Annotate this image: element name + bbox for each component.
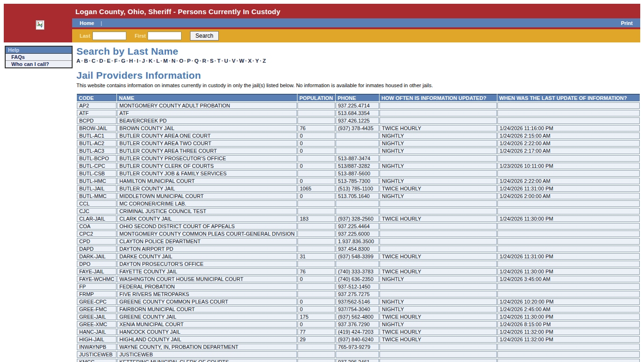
table-cell: 0 (297, 178, 335, 184)
table-row: HIGH-JAILHIGHLAND COUNTY JAIL29(937) 840… (77, 336, 640, 343)
table-cell: NIGHTLY (380, 132, 497, 139)
table-cell: HIGHLAND COUNTY JAIL (117, 336, 297, 343)
table-row: CLAR-JAILCLARK COUNTY JAIL183(937) 328-2… (77, 215, 640, 222)
table-cell: COA (77, 223, 116, 230)
table-cell (297, 246, 335, 252)
table-cell (497, 344, 640, 350)
alphabet-separator: · (184, 58, 186, 64)
table-cell: 29 (297, 336, 335, 343)
sidebar-item-who-can-i-call[interactable]: Who can I call? (6, 61, 72, 67)
sidebar-item-help[interactable]: Help (6, 47, 72, 54)
table-row: FPFEDERAL PROBATION937-512-1450 (77, 283, 640, 290)
alphabet-letter-D[interactable]: D (99, 58, 103, 64)
table-cell: 765-973-9279 (336, 344, 379, 350)
sidebar-item-faqs[interactable]: FAQs (6, 54, 72, 61)
table-cell: BUTLER COUNTY JAIL (117, 185, 297, 192)
table-cell: 0 (297, 276, 335, 282)
table-cell: BROWN COUNTY JAIL (117, 125, 297, 132)
table-cell (380, 230, 497, 237)
table-cell: 0 (297, 148, 335, 154)
table-cell (497, 359, 640, 362)
alphabet-letter-J[interactable]: J (142, 58, 145, 64)
alphabet-letter-T[interactable]: T (217, 58, 221, 64)
nav-home-link[interactable]: Home (80, 20, 94, 26)
table-cell (297, 102, 335, 109)
table-cell: TWICE HOURLY (380, 185, 497, 192)
table-cell: 1/24/2026 10:20:00 PM (497, 298, 640, 305)
column-header-code: CODE (77, 94, 116, 101)
table-cell: 937.296.2461 (336, 359, 379, 362)
alphabet-letter-L[interactable]: L (156, 58, 159, 64)
table-cell: 937.454.8300 (336, 246, 379, 252)
alphabet-letter-U[interactable]: U (224, 58, 228, 64)
alphabet-letter-B[interactable]: B (84, 58, 88, 64)
table-cell: CLARK COUNTY JAIL (117, 215, 297, 222)
table-cell: BUTLER COUNTY AREA TWO COURT (117, 140, 297, 147)
nav-print-link[interactable]: Print (621, 20, 633, 26)
alphabet-letter-K[interactable]: K (149, 58, 152, 64)
table-cell: 175 (297, 313, 335, 320)
table-cell: (419) 424-7203 (336, 329, 379, 335)
first-name-input[interactable] (148, 32, 182, 40)
table-cell: DARKE COUNTY JAIL (117, 253, 297, 260)
table-cell: DARK-JAIL (77, 253, 116, 260)
alphabet-separator: · (191, 58, 193, 64)
table-cell: 513.684.3354 (336, 110, 379, 116)
alphabet-letter-G[interactable]: G (121, 58, 125, 64)
alphabet-letter-F[interactable]: F (114, 58, 117, 64)
alphabet-letter-M[interactable]: M (163, 58, 168, 64)
alphabet-letter-Q[interactable]: Q (194, 58, 198, 64)
table-cell: 76 (297, 268, 335, 275)
table-cell (297, 230, 335, 237)
table-cell: TWICE HOURLY (380, 253, 497, 260)
alphabet-letter-S[interactable]: S (210, 58, 214, 64)
table-cell: 1065 (297, 185, 335, 192)
alphabet-letter-I[interactable]: I (137, 58, 138, 64)
table-cell: FAYE-WCHMC (77, 276, 116, 282)
alphabet-letter-H[interactable]: H (129, 58, 133, 64)
alphabet-letter-V[interactable]: V (232, 58, 236, 64)
alphabet-letter-X[interactable]: X (248, 58, 252, 64)
search-button[interactable]: Search (190, 31, 218, 41)
alphabet-links: A·B·C·D·E·F·G·H·I·J·K·L·M·N·O·P·Q·R·S·T·… (76, 58, 640, 64)
alphabet-letter-N[interactable]: N (172, 58, 175, 64)
table-cell: JUSTICEWEB (117, 351, 297, 358)
table-cell: NIGHTLY (380, 193, 497, 199)
table-cell: NIGHTLY (380, 306, 497, 313)
table-row: BUTL-MMCMIDDLETOWN MUNICIPAL COURT0513.7… (77, 193, 640, 199)
table-header-row: CODENAMEPOPULATIONPHONEHOW OFTEN IS INFO… (77, 94, 640, 101)
table-row: BUTL-AC3BUTLER COUNTY AREA THREE COURT0N… (77, 148, 640, 154)
table-cell (297, 208, 335, 214)
alphabet-letter-E[interactable]: E (107, 58, 111, 64)
alphabet-letter-Z[interactable]: Z (263, 58, 266, 64)
table-cell: ATF (77, 110, 116, 116)
table-cell: 0 (297, 321, 335, 328)
alphabet-separator: · (118, 58, 120, 64)
table-cell: MONTGOMERY COUNTY ADULT PROBATION (117, 102, 297, 109)
alphabet-letter-P[interactable]: P (187, 58, 191, 64)
table-cell: DAPD (77, 246, 116, 252)
providers-table: CODENAMEPOPULATIONPHONEHOW OFTEN IS INFO… (76, 93, 640, 362)
main-content: Search by Last Name A·B·C·D·E·F·G·H·I·J·… (76, 46, 640, 362)
alphabet-letter-O[interactable]: O (179, 58, 183, 64)
table-cell: (937) 548-3399 (336, 253, 379, 260)
alphabet-separator: · (146, 58, 148, 64)
alphabet-letter-A[interactable]: A (76, 58, 80, 64)
table-cell: 1/24/2026 2:45:00 AM (497, 306, 640, 313)
table-cell (497, 291, 640, 297)
table-cell: 1/24/2026 11:30:00 PM (497, 268, 640, 275)
table-cell (297, 261, 335, 267)
alphabet-letter-W[interactable]: W (239, 58, 244, 64)
table-cell: 1/24/2026 11:30:00 PM (497, 313, 640, 320)
alphabet-separator: · (126, 58, 128, 64)
last-name-input[interactable] (92, 32, 126, 40)
alphabet-letter-Y[interactable]: Y (255, 58, 259, 64)
table-cell: CLAR-JAIL (77, 215, 116, 222)
table-row: DAPDDAYTON AIRPORT PD937.454.8300 (77, 246, 640, 252)
table-cell: 76 (297, 125, 335, 132)
table-cell (297, 170, 335, 177)
alphabet-letter-R[interactable]: R (202, 58, 206, 64)
table-cell: BUTL-BCPO (77, 155, 116, 162)
table-cell: 937/754-3040 (336, 306, 379, 313)
alphabet-letter-C[interactable]: C (91, 58, 95, 64)
